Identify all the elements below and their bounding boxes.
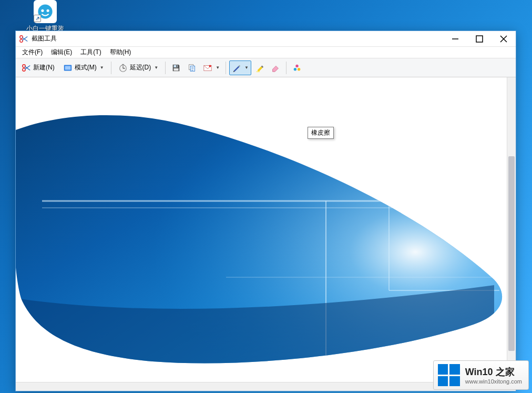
menu-tools[interactable]: 工具(T) [76,47,105,58]
svg-point-3 [20,39,23,42]
svg-rect-9 [65,66,70,69]
separator [165,62,166,74]
svg-point-22 [298,68,300,70]
scroll-thumb[interactable] [508,156,515,351]
menu-edit[interactable]: 编辑(E) [47,47,76,58]
menubar: 文件(F) 编辑(E) 工具(T) 帮助(H) [16,47,516,58]
window-title: 截图工具 [32,34,57,43]
paint3d-icon [292,63,302,73]
svg-point-18 [209,65,211,67]
svg-point-20 [295,64,298,67]
svg-point-21 [294,68,296,70]
svg-rect-13 [174,68,179,70]
svg-rect-19 [257,71,260,72]
pen-tool-button[interactable]: ▼ [229,61,251,75]
svg-point-7 [23,64,25,67]
menu-help[interactable]: 帮助(H) [106,47,136,58]
save-button[interactable] [169,61,183,75]
snipping-tool-window: 截图工具 文件(F) 编辑(E) 工具(T) 帮助(H) 新建(N) 模式(M)… [15,31,516,391]
eraser-button[interactable] [268,61,283,75]
scissors-icon [22,63,31,73]
new-snip-button[interactable]: 新建(N) [18,61,58,75]
minimize-button[interactable] [443,31,467,46]
send-button[interactable]: ▼ [200,61,222,75]
mode-icon [63,63,73,73]
delay-button[interactable]: 延迟(D) ▼ [115,61,162,75]
titlebar[interactable]: 截图工具 [16,31,516,47]
mode-button[interactable]: 模式(M) ▼ [59,61,108,75]
chevron-down-icon: ▼ [244,65,249,70]
envelope-icon [203,63,212,73]
close-button[interactable] [492,31,516,46]
chevron-down-icon: ▼ [154,65,158,70]
eraser-tooltip: 橡皮擦 [308,127,334,139]
separator [286,62,287,74]
floppy-disk-icon [171,63,181,73]
highlighter-icon [255,63,264,73]
svg-point-6 [23,68,25,70]
pen-icon [232,63,241,73]
toolbar: 新建(N) 模式(M) ▼ 延迟(D) ▼ ▼ ▼ [16,58,516,77]
svg-point-4 [20,35,23,38]
snip-content [16,77,507,382]
svg-rect-5 [476,36,483,42]
paint3d-button[interactable] [290,61,304,75]
eraser-icon [271,63,280,73]
windows-logo-icon [438,364,460,386]
svg-rect-14 [176,65,177,67]
separator [111,62,111,74]
shortcut-arrow-icon: ↗ [34,15,41,22]
vertical-scrollbar[interactable] [507,77,516,382]
highlighter-button[interactable] [252,61,267,75]
scissors-icon [19,34,28,44]
watermark-title: Win10 之家 [465,366,522,378]
watermark-url: www.win10xitong.com [465,378,522,385]
svg-point-2 [47,9,49,12]
svg-point-1 [41,9,44,12]
svg-rect-11 [122,64,124,65]
delay-label: 延迟(D) [130,63,151,72]
clock-icon [118,63,128,73]
maximize-button[interactable] [467,31,492,46]
chevron-down-icon: ▼ [100,65,104,70]
new-snip-label: 新建(N) [33,63,55,72]
canvas-area[interactable]: 橡皮擦 [16,77,516,391]
watermark: Win10 之家 www.win10xitong.com [433,360,529,390]
chevron-down-icon: ▼ [216,65,220,70]
menu-file[interactable]: 文件(F) [18,47,47,58]
copy-icon [187,63,197,73]
copy-button[interactable] [185,61,199,75]
separator [226,62,226,74]
mode-label: 模式(M) [75,63,97,72]
